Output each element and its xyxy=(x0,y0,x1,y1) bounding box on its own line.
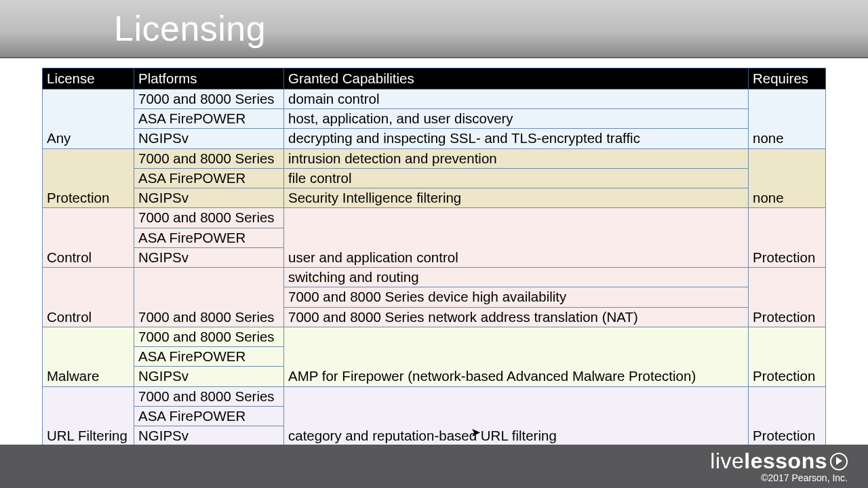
cell: domain control xyxy=(284,89,749,109)
cell: Control xyxy=(43,268,134,327)
cell: none xyxy=(749,148,826,208)
cell: intrusion detection and prevention xyxy=(284,148,749,168)
brand-logo: livelessons xyxy=(710,450,848,472)
cell: ASA FirePOWER xyxy=(134,109,284,129)
table-header-row: License Platforms Granted Capabilities R… xyxy=(43,68,826,89)
cell: Control xyxy=(43,208,134,268)
table-row: Any7000 and 8000 Seriesdomain controlnon… xyxy=(43,89,826,109)
cell: user and application control xyxy=(284,208,749,268)
cell: NGIPSv xyxy=(134,129,284,148)
cell: decrypting and inspecting SSL- and TLS-e… xyxy=(284,129,749,148)
cell: file control xyxy=(284,168,749,188)
cell: ASA FirePOWER xyxy=(134,168,284,188)
cell: URL Filtering xyxy=(43,386,134,446)
col-caps: Granted Capabilities xyxy=(284,68,749,89)
table-row: NGIPSvSecurity Intelligence filtering xyxy=(43,188,826,208)
cell: AMP for Firepower (network-based Advance… xyxy=(284,327,749,386)
play-icon xyxy=(830,453,848,470)
footer-bar: livelessons ©2017 Pearson, Inc. xyxy=(0,445,868,488)
cell: Protection xyxy=(749,386,826,446)
cell: NGIPSv xyxy=(134,247,284,267)
cell: 7000 and 8000 Series xyxy=(134,89,284,109)
licensing-table: License Platforms Granted Capabilities R… xyxy=(42,68,826,466)
cell: Protection xyxy=(749,327,826,386)
table-row: Control7000 and 8000 Seriesswitching and… xyxy=(43,268,826,287)
cell: Protection xyxy=(749,208,826,268)
cell: 7000 and 8000 Series xyxy=(134,386,284,406)
cell: Protection xyxy=(43,148,134,208)
brand-lessons: lessons xyxy=(744,449,827,473)
table-row: ASA FirePOWERfile control xyxy=(43,168,826,188)
copyright-text: ©2017 Pearson, Inc. xyxy=(710,473,848,483)
cell: NGIPSv xyxy=(134,367,284,386)
cell: switching and routing xyxy=(284,268,749,287)
table-row: Protection7000 and 8000 Seriesintrusion … xyxy=(43,148,826,168)
content-area: License Platforms Granted Capabilities R… xyxy=(0,58,868,466)
col-requires: Requires xyxy=(749,68,826,89)
cell: ASA FirePOWER xyxy=(134,347,284,367)
col-platforms: Platforms xyxy=(134,68,284,89)
brand-block: livelessons ©2017 Pearson, Inc. xyxy=(710,450,848,483)
page-title: Licensing xyxy=(114,8,266,49)
table-row: NGIPSvdecrypting and inspecting SSL- and… xyxy=(43,129,826,148)
cell: Security Intelligence filtering xyxy=(284,188,749,208)
table-row: Malware7000 and 8000 SeriesAMP for Firep… xyxy=(43,327,826,346)
table-row: URL Filtering7000 and 8000 Seriescategor… xyxy=(43,386,826,406)
cell: NGIPSv xyxy=(134,426,284,445)
cell: ASA FirePOWER xyxy=(134,406,284,426)
cell: Malware xyxy=(43,327,134,386)
cell: 7000 and 8000 Series xyxy=(134,268,284,327)
cell: 7000 and 8000 Series xyxy=(134,327,284,346)
slide: Licensing License Platforms Granted Capa… xyxy=(0,0,868,488)
col-license: License xyxy=(43,68,134,89)
cell: 7000 and 8000 Series xyxy=(134,208,284,228)
cell: none xyxy=(749,89,826,149)
cell: ASA FirePOWER xyxy=(134,228,284,247)
cell: Any xyxy=(43,89,134,149)
cell: 7000 and 8000 Series xyxy=(134,148,284,168)
cell: 7000 and 8000 Series network address tra… xyxy=(284,307,749,327)
cell: Protection xyxy=(749,268,826,327)
cell: 7000 and 8000 Series device high availab… xyxy=(284,287,749,307)
table-row: ASA FirePOWERhost, application, and user… xyxy=(43,109,826,129)
cell: category and reputation-based URL filter… xyxy=(284,386,749,446)
table-row: Control7000 and 8000 Seriesuser and appl… xyxy=(43,208,826,228)
title-bar: Licensing xyxy=(0,0,868,58)
brand-live: live xyxy=(710,449,744,473)
cell: NGIPSv xyxy=(134,188,284,208)
cell: host, application, and user discovery xyxy=(284,109,749,129)
